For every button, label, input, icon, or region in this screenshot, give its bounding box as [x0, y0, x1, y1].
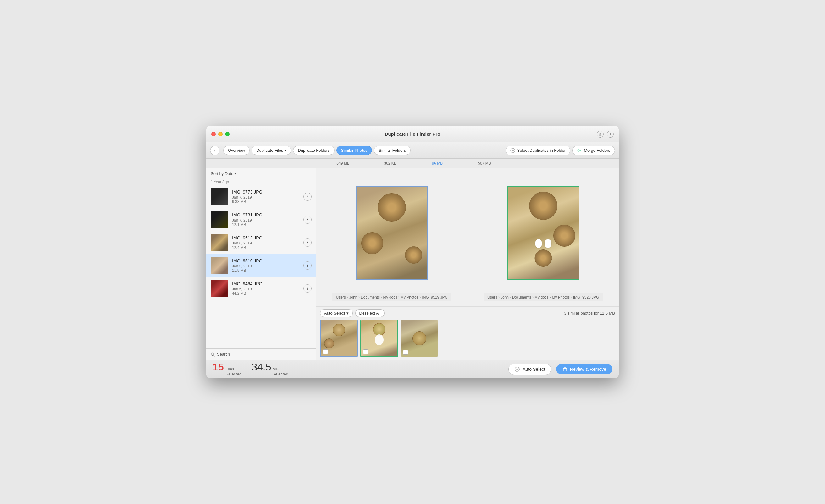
item-info: IMG_9519.JPG Jan 5, 2019 11.5 MB	[232, 258, 300, 273]
preview-image-right[interactable]	[507, 186, 580, 280]
rss-icon[interactable]	[597, 131, 604, 138]
svg-rect-6	[564, 368, 567, 371]
similar-folders-size: 507 MB	[461, 161, 508, 166]
merge-icon	[577, 148, 582, 153]
auto-select-bottom-button[interactable]: Auto Select	[508, 363, 551, 375]
decoration	[378, 193, 406, 222]
back-button[interactable]: ‹	[210, 146, 219, 155]
similar-folders-button[interactable]: Similar Folders	[374, 146, 410, 155]
trash-icon	[562, 367, 568, 372]
egg-shape	[375, 334, 384, 345]
preview-right: Users › John › Documents › My docs › My …	[468, 168, 619, 306]
strip-toolbar: Auto Select ▾ Deselect All 3 similar pho…	[320, 309, 615, 317]
svg-point-0	[599, 135, 600, 136]
duplicate-folders-size: 362 KB	[367, 161, 414, 166]
thumbnail	[211, 211, 228, 229]
count-badge: 2	[303, 193, 312, 201]
app-window: Duplicate File Finder Pro i ‹ Overview D…	[206, 126, 619, 378]
thumbnail	[211, 257, 228, 274]
cookie-circle	[332, 324, 345, 336]
tab-sizes: 649 MB 362 KB 96 MB 507 MB	[206, 159, 619, 168]
close-button[interactable]	[211, 132, 216, 136]
strip-checkbox-1[interactable]	[323, 349, 328, 354]
svg-point-3	[211, 352, 214, 355]
eggs-decoration	[535, 239, 551, 248]
mb-label: MB Selected	[272, 367, 288, 376]
breadcrumb-left: Users › John › Documents › My docs › My …	[332, 293, 451, 301]
sidebar: Sort by Date ▾ 1 Year Ago IMG_9773.JPG J…	[206, 168, 316, 360]
duplicate-files-size: 649 MB	[319, 161, 367, 166]
thumbnail	[211, 188, 228, 205]
select-duplicates-button[interactable]: Select Duplicates in Folder	[506, 146, 571, 155]
decoration	[361, 232, 383, 254]
preview-left: Users › John › Documents › My docs › My …	[316, 168, 468, 306]
info-icon[interactable]: i	[607, 131, 614, 138]
sidebar-list: IMG_9773.JPG Jan 7, 2019 9.38 MB 2 IMG_9…	[206, 185, 316, 348]
svg-line-4	[214, 355, 215, 356]
thumbnail	[211, 234, 228, 251]
cookie-circle	[373, 323, 385, 336]
svg-point-2	[512, 150, 514, 152]
sidebar-header: Sort by Date ▾	[206, 168, 316, 178]
main-content: Sort by Date ▾ 1 Year Ago IMG_9773.JPG J…	[206, 168, 619, 360]
cookie-circle	[324, 338, 334, 348]
strip-thumb-3[interactable]	[400, 320, 438, 357]
decoration	[405, 246, 422, 264]
toolbar: ‹ Overview Duplicate Files ▾ Duplicate F…	[206, 142, 619, 159]
merge-folders-button[interactable]: Merge Folders	[572, 146, 615, 155]
auto-select-button[interactable]: Auto Select ▾	[320, 309, 353, 317]
thumbnail	[211, 280, 228, 297]
duplicate-files-button[interactable]: Duplicate Files ▾	[251, 146, 291, 155]
sidebar-item[interactable]: IMG_9612.JPG Jan 6, 2019 12.4 MB 3	[206, 231, 316, 254]
duplicate-folders-button[interactable]: Duplicate Folders	[293, 146, 334, 155]
titlebar: Duplicate File Finder Pro i	[206, 126, 619, 142]
deselect-all-button[interactable]: Deselect All	[355, 309, 385, 317]
cookie-circle	[412, 332, 426, 345]
time-label: 1 Year Ago	[206, 178, 316, 185]
strip-thumb-2[interactable]	[360, 320, 398, 357]
traffic-lights	[211, 132, 229, 136]
sidebar-item[interactable]: IMG_9731.JPG Jan 7, 2019 12.1 MB 3	[206, 208, 316, 231]
sidebar-item[interactable]: IMG_9773.JPG Jan 7, 2019 9.38 MB 2	[206, 185, 316, 208]
bottom-bar: 15 Files Selected 34.5 MB Selected Auto …	[206, 360, 619, 378]
count-badge: 3	[303, 216, 312, 224]
mb-number: 34.5	[251, 361, 271, 373]
review-remove-button[interactable]: Review & Remove	[556, 364, 612, 374]
similar-photos-size: 96 MB	[414, 161, 461, 166]
item-info: IMG_9731.JPG Jan 7, 2019 12.1 MB	[232, 213, 300, 227]
count-badge: 9	[303, 284, 312, 292]
preview-image-left[interactable]	[356, 186, 428, 280]
strip-checkbox-2[interactable]	[363, 349, 368, 354]
preview-image-wrap-right	[473, 173, 614, 293]
window-title: Duplicate File Finder Pro	[385, 131, 441, 137]
preview-area: Users › John › Documents › My docs › My …	[316, 168, 619, 306]
mb-selected: 34.5 MB Selected	[251, 361, 288, 376]
sidebar-item[interactable]: IMG_9464.JPG Jan 5, 2019 44.2 MB 9	[206, 277, 316, 300]
strip-thumb-1[interactable]	[320, 320, 358, 357]
thumbnail-strip: Auto Select ▾ Deselect All 3 similar pho…	[316, 306, 619, 360]
maximize-button[interactable]	[225, 132, 229, 136]
right-panel: Users › John › Documents › My docs › My …	[316, 168, 619, 360]
svg-point-5	[515, 367, 519, 371]
minimize-button[interactable]	[218, 132, 223, 136]
select-dup-icon	[510, 148, 515, 153]
files-selected-count: 15 Files Selected	[213, 361, 241, 376]
strip-count: 3 similar photos for 11.5 MB	[564, 311, 615, 316]
search-button[interactable]: Search	[211, 352, 312, 357]
preview-image-wrap-left	[321, 173, 462, 293]
sidebar-item-active[interactable]: IMG_9519.JPG Jan 5, 2019 11.5 MB 3	[206, 254, 316, 277]
similar-photos-button[interactable]: Similar Photos	[336, 146, 372, 155]
overview-button[interactable]: Overview	[223, 146, 250, 155]
files-number: 15	[213, 361, 224, 373]
strip-checkbox-3[interactable]	[403, 350, 408, 355]
sort-button[interactable]: Sort by Date ▾	[211, 171, 312, 176]
decoration	[529, 192, 557, 220]
decoration	[553, 225, 575, 247]
search-icon	[211, 352, 215, 357]
count-badge: 3	[303, 261, 312, 270]
sidebar-footer: Search	[206, 348, 316, 360]
strip-thumbnails	[320, 320, 615, 357]
auto-select-icon	[514, 366, 520, 372]
item-info: IMG_9773.JPG Jan 7, 2019 9.38 MB	[232, 189, 300, 204]
titlebar-actions: i	[597, 131, 614, 138]
